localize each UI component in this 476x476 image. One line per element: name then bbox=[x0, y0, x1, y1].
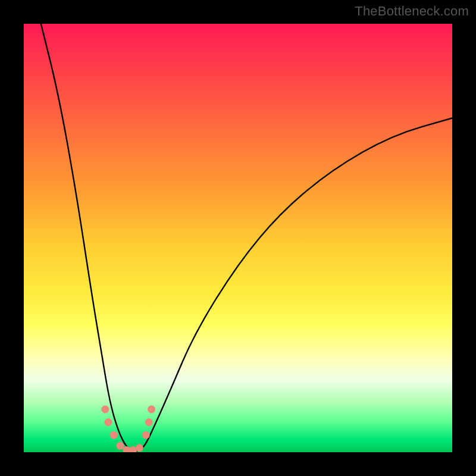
trough-marker bbox=[104, 418, 112, 426]
trough-marker bbox=[148, 406, 155, 414]
trough-marker bbox=[117, 442, 124, 450]
watermark-text: TheBottleneck.com bbox=[355, 4, 469, 19]
trough-marker bbox=[145, 418, 153, 426]
trough-marker bbox=[136, 444, 143, 452]
trough-marker bbox=[142, 431, 150, 439]
trough-marker bbox=[110, 431, 118, 439]
plot-area bbox=[24, 24, 452, 452]
trough-marker bbox=[101, 406, 109, 414]
bottleneck-curve bbox=[24, 24, 452, 452]
chart-frame: TheBottleneck.com bbox=[0, 0, 476, 476]
